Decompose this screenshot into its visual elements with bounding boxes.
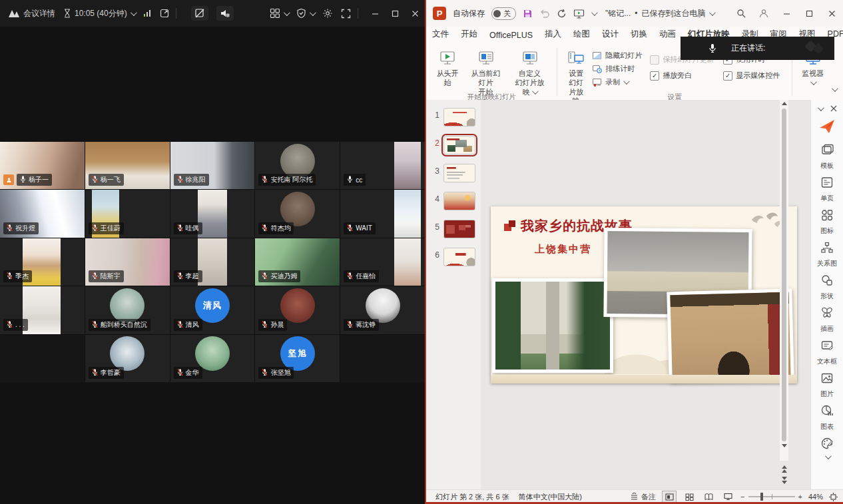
sidebar-close-icon[interactable] [830,105,837,112]
record-button[interactable]: 录制 [592,77,642,87]
participant-tile[interactable]: 杨一飞 [85,142,170,189]
autosave-toggle[interactable]: 关 [491,7,516,20]
fullscreen-icon[interactable] [341,9,351,19]
ppt-minimize-button[interactable] [775,0,798,27]
previous-slide-button[interactable] [782,465,787,473]
play-narrations-checkbox[interactable]: ✓播放旁白 [650,71,714,81]
participant-tile[interactable]: 陆斯宇 [85,238,170,286]
from-beginning-button[interactable]: 从头开始 [431,48,463,90]
participant-tile[interactable]: 符杰均 [255,190,340,237]
slide-subtitle[interactable]: 上饶集中营 [535,243,591,256]
start-slideshow-button[interactable] [573,9,585,19]
slide-thumbnail-preview[interactable] [443,248,475,266]
ppt-maximize-button[interactable] [798,0,820,27]
participant-tile[interactable]: 任嘉怡 [340,238,425,286]
participant-tile[interactable]: 清风清风 [170,286,255,334]
meeting-minimize-button[interactable] [365,0,385,27]
ppt-close-button[interactable] [820,0,843,27]
redo-button[interactable] [557,9,567,19]
participant-tile[interactable]: 王佳蔚 [85,190,170,237]
layout-grid-button[interactable] [270,8,288,19]
sidebar-item-图表[interactable]: 图表 [820,403,834,431]
slide-thumbnail-4[interactable]: 4 [431,192,481,210]
sidebar-item-模板[interactable]: 模板 [820,142,834,170]
settings-gear-icon[interactable] [322,8,333,19]
slide-thumbnail-preview[interactable] [443,136,475,154]
annotation-off-icon[interactable] [191,6,208,21]
tab-动画[interactable]: 动画 [654,26,681,44]
participant-tile[interactable]: 蒋沈铮 [340,286,425,334]
tab-OfficePLUS[interactable]: OfficePLUS [484,28,538,44]
fit-to-window-icon[interactable] [829,493,838,501]
participant-tile[interactable]: 买迪乃姆 [255,238,340,286]
tab-设计[interactable]: 设计 [597,26,624,44]
tab-开始[interactable]: 开始 [455,26,483,44]
meeting-maximize-button[interactable] [385,0,405,27]
participant-tile[interactable]: 哇偶 [170,190,255,237]
participant-tile[interactable]: 安托南 阿尔托 [255,142,340,189]
show-media-controls-checkbox[interactable]: ✓显示媒体控件 [723,71,780,81]
quick-access-dropdown[interactable] [591,11,596,16]
participant-tile[interactable]: 季杰 [0,238,85,286]
notes-button[interactable]: 备注 [630,492,656,502]
sidebar-item-插画[interactable]: 插画 [820,306,834,334]
meeting-timer[interactable]: 10:05 (40分钟) [63,8,135,19]
sidebar-item-单页[interactable]: 单页 [820,175,834,203]
slideshow-view-button[interactable] [721,491,734,502]
monument-photo[interactable] [492,278,613,373]
save-button[interactable] [523,9,533,19]
sidebar-item-图标[interactable]: 图标 [820,208,834,236]
sidebar-item-文本框[interactable]: 文本框 [817,338,837,366]
rehearse-timings-button[interactable]: 排练计时 [592,64,642,74]
participant-tile[interactable]: 李超 [170,238,255,286]
slide-thumbnail-5[interactable]: 5 [431,220,481,238]
participant-tile[interactable]: 祝升煜 [0,190,85,237]
slide-thumbnail-6[interactable]: 6 [431,248,481,266]
undo-button[interactable] [539,9,550,18]
slide-thumbnail-3[interactable]: 3 [431,164,481,182]
participant-tile[interactable]: WAIT [340,190,425,237]
zoom-slider[interactable]: − + [740,493,802,501]
hide-slide-button[interactable]: 隐藏幻灯片 [592,51,642,61]
sidebar-item-关系图[interactable]: 关系图 [817,240,837,268]
vertical-scrollbar[interactable] [780,100,788,461]
participant-tile[interactable]: 金华 [170,335,255,382]
slide-thumbnail-1[interactable]: 1 [431,108,481,126]
audio-lock-icon[interactable] [216,6,234,21]
participant-tile[interactable]: cc [340,142,425,189]
sidebar-item-图片[interactable]: 图片 [820,371,834,399]
tab-文件[interactable]: 文件 [427,26,454,44]
participant-tile[interactable]: . . . [0,286,85,334]
popout-icon[interactable] [160,9,169,18]
zoom-percentage[interactable]: 44% [808,493,823,501]
slide-sorter-view-button[interactable] [683,491,696,502]
zoom-in-button[interactable]: + [798,493,802,501]
slide-thumbnail-preview[interactable] [443,108,475,126]
tab-插入[interactable]: 插入 [539,26,567,44]
slide-thumbnail-preview[interactable] [443,192,475,210]
tab-绘图[interactable]: 绘图 [568,26,595,44]
from-current-slide-button[interactable]: 从当前幻灯片开始 [463,48,507,99]
participant-tile[interactable]: 孙晨 [255,286,340,334]
participant-tile[interactable]: 船到桥头自然沉 [85,286,170,334]
meeting-title[interactable]: 会议详情 [23,8,55,19]
next-slide-button[interactable] [782,477,787,484]
participant-tile[interactable]: 李哲豪 [85,335,170,382]
sidebar-collapse-icon[interactable] [817,105,824,111]
tab-切换[interactable]: 切换 [625,26,653,44]
old-building-photo[interactable] [667,289,794,383]
participant-tile[interactable]: 徐兆阳 [170,142,255,189]
zoom-out-button[interactable]: − [740,493,744,501]
sidebar-item-palette[interactable] [820,436,834,459]
document-title[interactable]: "铭记... • 已保存到这台电脑 [605,8,714,19]
language-status[interactable]: 简体中文(中国大陆) [519,492,582,502]
reading-view-button[interactable] [702,491,715,502]
meeting-close-button[interactable] [405,0,425,27]
collapse-ribbon-button[interactable] [832,83,836,95]
zoom-slider-thumb[interactable] [760,493,763,501]
slide-thumbnail-2[interactable]: 2 [431,136,481,154]
participant-tile[interactable]: 杨子一 [0,142,85,189]
normal-view-button[interactable] [662,491,677,503]
custom-slideshow-button[interactable]: 自定义幻灯片放映 [508,48,552,99]
participant-tile[interactable]: 坚旭张坚旭 [255,335,340,382]
